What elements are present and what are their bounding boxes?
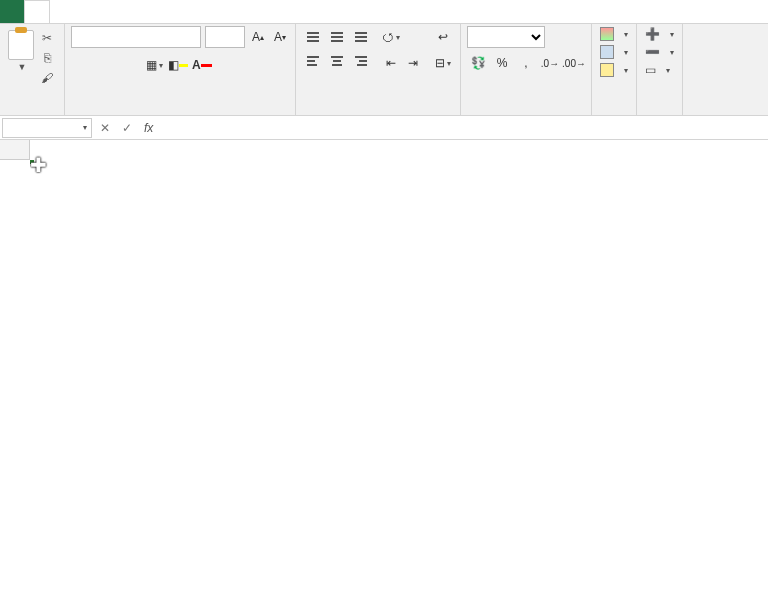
- tab-review[interactable]: [146, 0, 170, 23]
- clipboard-icon: [8, 30, 34, 60]
- formula-input[interactable]: [159, 118, 768, 138]
- wrap-text-button[interactable]: ↩: [432, 26, 454, 48]
- format-cells-button[interactable]: ▭▾: [643, 62, 672, 78]
- fx-icon: fx: [138, 121, 159, 135]
- decrease-indent-button[interactable]: ⇤: [380, 52, 402, 74]
- increase-indent-button[interactable]: ⇥: [402, 52, 424, 74]
- chevron-down-icon: ▾: [81, 123, 87, 132]
- selection-rectangle: [30, 160, 34, 164]
- font-color-button[interactable]: A: [191, 54, 213, 76]
- cell-styles-button[interactable]: ▾: [598, 62, 630, 78]
- group-label-styles: [598, 110, 630, 115]
- bucket-icon: ◧: [168, 58, 179, 72]
- group-cells: ➕▾ ➖▾ ▭▾: [637, 24, 683, 115]
- insert-cells-button[interactable]: ➕▾: [643, 26, 676, 42]
- group-styles: ▾ ▾ ▾: [592, 24, 637, 115]
- delete-cells-button[interactable]: ➖▾: [643, 44, 676, 60]
- cell-style-icon: [600, 63, 614, 77]
- group-align: ⭯▾ ⇤ ⇥ ↩ ⊟▾: [296, 24, 461, 115]
- group-label-font: [71, 110, 289, 115]
- insert-icon: ➕: [645, 27, 660, 41]
- accept-formula-button[interactable]: ✓: [116, 121, 138, 135]
- fill-color-button[interactable]: ◧: [167, 54, 189, 76]
- chevron-down-icon: ▼: [16, 62, 27, 72]
- name-box[interactable]: ▾: [2, 118, 92, 138]
- group-clipboard: ▼ ✂ ⎘ 🖌: [0, 24, 65, 115]
- formula-bar: ▾ ✕ ✓ fx: [0, 116, 768, 140]
- table-format-button[interactable]: ▾: [598, 44, 630, 60]
- italic-button[interactable]: [95, 54, 117, 76]
- paste-button[interactable]: ▼: [6, 26, 36, 76]
- cursor-icon: ✚: [30, 160, 47, 170]
- align-top-button[interactable]: [302, 26, 324, 48]
- group-label-align: [302, 110, 454, 115]
- group-label-clipboard: [6, 110, 58, 115]
- select-all-corner[interactable]: [0, 140, 30, 160]
- format-icon: ▭: [645, 63, 656, 77]
- number-format-select[interactable]: [467, 26, 545, 48]
- align-center-button[interactable]: [326, 50, 348, 72]
- delete-icon: ➖: [645, 45, 660, 59]
- bold-button[interactable]: [71, 54, 93, 76]
- table-format-icon: [600, 45, 614, 59]
- ribbon-tabs: [0, 0, 768, 24]
- align-bottom-button[interactable]: [350, 26, 372, 48]
- comma-button[interactable]: ,: [515, 52, 537, 74]
- increase-font-button[interactable]: A▴: [249, 26, 267, 48]
- cond-format-icon: [600, 27, 614, 41]
- tab-home[interactable]: [24, 0, 50, 23]
- format-painter-button[interactable]: 🖌: [38, 70, 56, 86]
- align-middle-button[interactable]: [326, 26, 348, 48]
- tab-layout[interactable]: [74, 0, 98, 23]
- merge-button[interactable]: ⊟▾: [432, 52, 454, 74]
- align-right-button[interactable]: [350, 50, 372, 72]
- tab-view[interactable]: [170, 0, 194, 23]
- cancel-formula-button[interactable]: ✕: [94, 121, 116, 135]
- tab-insert[interactable]: [50, 0, 74, 23]
- align-left-button[interactable]: [302, 50, 324, 72]
- underline-button[interactable]: [119, 54, 141, 76]
- tab-file[interactable]: [0, 0, 24, 23]
- orientation-button[interactable]: ⭯▾: [380, 26, 402, 48]
- font-size-select[interactable]: [205, 26, 245, 48]
- cut-button[interactable]: ✂: [38, 30, 56, 46]
- ribbon: ▼ ✂ ⎘ 🖌 A▴ A▾ ▦▾ ◧: [0, 24, 768, 116]
- group-label-cells: [643, 110, 676, 115]
- column-headers: [30, 140, 768, 160]
- decrease-font-button[interactable]: A▾: [271, 26, 289, 48]
- group-label-number: [467, 110, 585, 115]
- group-number: 💱 % , .0→ .00→: [461, 24, 592, 115]
- percent-button[interactable]: %: [491, 52, 513, 74]
- decrease-decimal-button[interactable]: .00→: [563, 52, 585, 74]
- conditional-format-button[interactable]: ▾: [598, 26, 630, 42]
- increase-decimal-button[interactable]: .0→: [539, 52, 561, 74]
- currency-button[interactable]: 💱: [467, 52, 489, 74]
- copy-button[interactable]: ⎘: [38, 50, 56, 66]
- tab-formula[interactable]: [98, 0, 122, 23]
- phonetic-button[interactable]: [215, 54, 237, 76]
- tab-data[interactable]: [122, 0, 146, 23]
- border-button[interactable]: ▦▾: [143, 54, 165, 76]
- group-font: A▴ A▾ ▦▾ ◧ A: [65, 24, 296, 115]
- font-name-select[interactable]: [71, 26, 201, 48]
- spreadsheet: ✚: [0, 140, 768, 604]
